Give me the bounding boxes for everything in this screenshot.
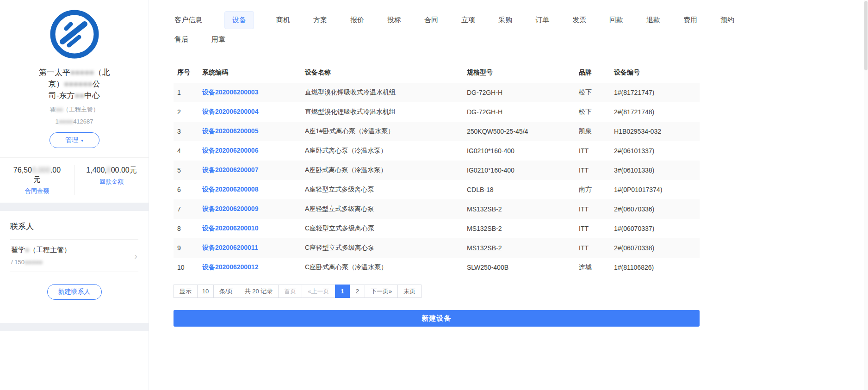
cell-brand: 连城 [575, 258, 610, 277]
customer-profile-card: 第一太平●●●●●（北 京）●●●●●●公 司-东方●●中心 翟●●（工程主管）… [0, 0, 149, 203]
cell-index: 8 [174, 219, 198, 238]
tab-plan[interactable]: 方案 [312, 12, 328, 29]
table-row: 3 设备202006200005 A座1#卧式离心泵（冷温水泵） 250KQW5… [174, 122, 700, 141]
tab-device[interactable]: 设备 [224, 11, 254, 29]
tab-seal[interactable]: 用章 [211, 31, 226, 48]
tab-contract[interactable]: 合同 [423, 12, 439, 29]
total-records-label: 共 20 记录 [239, 285, 279, 298]
device-code-link[interactable]: 设备202006200005 [202, 127, 258, 135]
cell-device-number: 3#(06101338) [610, 161, 700, 180]
header-model: 规格型号 [463, 62, 575, 83]
cell-brand: ITT [575, 141, 610, 161]
contract-amount-value: 76,500,000.00 [0, 165, 74, 175]
cell-index: 3 [174, 122, 198, 141]
cell-model: IG0210*160-400 [463, 141, 575, 161]
page-button-1[interactable]: 1 [335, 285, 350, 298]
cell-model: DG-72GH-H [463, 83, 575, 102]
device-code-link[interactable]: 设备202006200006 [202, 147, 258, 154]
pagination-bar: 显示 条/页 共 20 记录 首页 «上一页 1 2 下一页» 末页 [174, 285, 868, 298]
header-system-code: 系统编码 [198, 62, 301, 83]
cell-device-name: A座轻型立式多级离心泵 [301, 180, 463, 199]
cell-brand: ITT [575, 238, 610, 258]
cell-model: 250KQW500-25-45/4 [463, 122, 575, 141]
contacts-card: 联系人 翟学●（工程主管） / 150●●●●● › 新建联系人 [0, 211, 149, 323]
tabs-divider [174, 52, 700, 52]
device-code-link[interactable]: 设备202006200004 [202, 108, 258, 115]
cell-device-name: C座卧式离心泵（冷温水泵） [301, 258, 463, 277]
device-code-link[interactable]: 设备202006200010 [202, 224, 258, 232]
payment-amount-link[interactable]: 回款金额 [74, 178, 149, 186]
chevron-right-icon: › [134, 251, 137, 261]
cell-device-number: 1#(06070337) [610, 219, 700, 238]
cell-index: 9 [174, 238, 198, 258]
tab-customer-info[interactable]: 客户信息 [174, 12, 203, 29]
cell-model: SLW250-400B [463, 258, 575, 277]
tab-opportunity[interactable]: 商机 [275, 12, 291, 29]
cell-brand: ITT [575, 219, 610, 238]
header-device-name: 设备名称 [301, 62, 463, 83]
next-page-button[interactable]: 下一页» [365, 285, 398, 298]
page-size-input[interactable] [197, 285, 214, 298]
contract-amount-unit: 元 [0, 175, 74, 184]
device-code-link[interactable]: 设备202006200003 [202, 88, 258, 96]
tab-bar-row2: 售后 用章 [174, 31, 868, 48]
last-page-button[interactable]: 末页 [397, 285, 422, 298]
cell-device-number: 1#(0P01017374) [610, 180, 700, 199]
tab-expense[interactable]: 费用 [682, 12, 698, 29]
manage-button-label: 管理 [65, 136, 78, 144]
cell-model: DG-72GH-H [463, 102, 575, 122]
new-device-button[interactable]: 新建设备 [174, 310, 700, 327]
cell-index: 6 [174, 180, 198, 199]
cell-model: CDLB-18 [463, 180, 575, 199]
first-page-button[interactable]: 首页 [278, 285, 302, 298]
tab-bid[interactable]: 投标 [386, 12, 402, 29]
header-brand: 品牌 [575, 62, 610, 83]
device-code-link[interactable]: 设备202006200012 [202, 263, 258, 271]
tab-order[interactable]: 订单 [534, 12, 550, 29]
cell-index: 4 [174, 141, 198, 161]
new-contact-button[interactable]: 新建联系人 [47, 284, 102, 300]
tab-refund[interactable]: 退款 [645, 12, 661, 29]
tab-bar-row1: 客户信息 设备 商机 方案 报价 投标 合同 立项 采购 订单 发票 回款 退款… [174, 11, 868, 29]
cell-device-number: 2#(81721748) [610, 102, 700, 122]
cell-device-name: 直燃型溴化锂吸收式冷温水机组 [301, 83, 463, 102]
scrollbar-thumb[interactable] [864, 1, 868, 70]
customer-detail-main: 客户信息 设备 商机 方案 报价 投标 合同 立项 采购 订单 发票 回款 退款… [149, 0, 868, 390]
manage-button[interactable]: 管理 ▾ [50, 132, 99, 148]
contacts-title: 联系人 [10, 221, 138, 232]
table-row: 8 设备202006200010 C座轻型立式多级离心泵 MS132SB-2 I… [174, 219, 700, 238]
cell-index: 5 [174, 161, 198, 180]
device-code-link[interactable]: 设备202006200011 [202, 244, 258, 251]
tab-purchase[interactable]: 采购 [497, 12, 513, 29]
tab-aftersales[interactable]: 售后 [174, 31, 189, 48]
table-row: 1 设备202006200003 直燃型溴化锂吸收式冷温水机组 DG-72GH-… [174, 83, 700, 102]
device-table: 序号 系统编码 设备名称 规格型号 品牌 设备编号 1 设备2020062000… [174, 62, 700, 277]
device-code-link[interactable]: 设备202006200008 [202, 186, 258, 193]
primary-contact: 翟●●（工程主管） [0, 105, 149, 114]
cell-device-number: 2#(06101337) [610, 141, 700, 161]
tab-project[interactable]: 立项 [460, 12, 476, 29]
cell-brand: ITT [575, 199, 610, 219]
page-size-label-show: 显示 [174, 285, 198, 298]
prev-page-button[interactable]: «上一页 [302, 285, 335, 298]
cell-device-name: C座轻型立式多级离心泵 [301, 219, 463, 238]
device-code-link[interactable]: 设备202006200007 [202, 166, 258, 173]
tab-payment[interactable]: 回款 [608, 12, 624, 29]
cell-index: 7 [174, 199, 198, 219]
cell-device-name: A座轻型立式多级离心泵 [301, 199, 463, 219]
table-row: 4 设备202006200006 A座卧式离心泵（冷温水泵） IG0210*16… [174, 141, 700, 161]
cell-brand: 松下 [575, 102, 610, 122]
cell-brand: ITT [575, 161, 610, 180]
page-button-2[interactable]: 2 [350, 285, 365, 298]
tab-invoice[interactable]: 发票 [571, 12, 587, 29]
tab-quote[interactable]: 报价 [349, 12, 365, 29]
device-code-link[interactable]: 设备202006200009 [202, 205, 258, 212]
header-index: 序号 [174, 62, 198, 83]
table-row: 5 设备202006200007 A座卧式离心泵（冷温水泵） IG0210*16… [174, 161, 700, 180]
contact-phone: / 150●●●●● [11, 259, 137, 266]
cell-model: MS132SB-2 [463, 199, 575, 219]
tab-appointment[interactable]: 预约 [719, 12, 735, 29]
payment-amount-value: 1,400,000.00元 [74, 165, 149, 175]
contract-amount-link[interactable]: 合同金额 [0, 187, 74, 195]
contact-list-item[interactable]: 翟学●（工程主管） / 150●●●●● › [10, 239, 138, 272]
